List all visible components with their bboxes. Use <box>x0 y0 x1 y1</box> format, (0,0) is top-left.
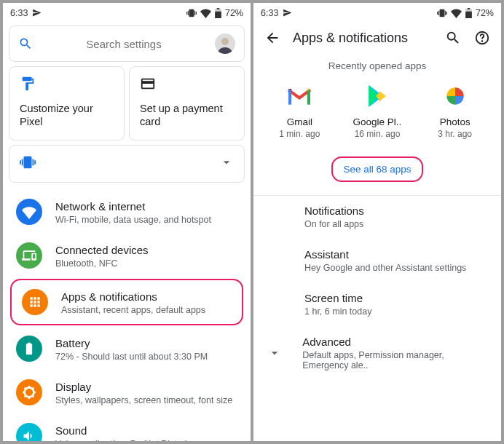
row-screen-time[interactable]: Screen time 1 hr, 6 min today <box>253 283 501 327</box>
chevron-down-icon <box>267 346 282 360</box>
svg-rect-6 <box>468 8 470 9</box>
row-display[interactable]: DisplayStyles, wallpapers, screen timeou… <box>3 370 251 414</box>
gmail-icon <box>285 82 314 111</box>
app-time: 1 min. ago <box>279 129 320 139</box>
settings-home-screen: 6:33 72% Customize your Pixel Set up a p… <box>3 3 251 441</box>
help-icon[interactable] <box>473 30 491 46</box>
row-subtitle: Styles, wallpapers, screen timeout, font… <box>55 395 232 405</box>
google-photos-icon <box>441 82 470 111</box>
svg-rect-10 <box>288 89 291 105</box>
volume-icon <box>16 423 42 441</box>
app-name: Photos <box>440 116 470 127</box>
row-subtitle: 1 hr, 6 min today <box>304 306 488 317</box>
row-title: Display <box>55 380 232 395</box>
phone-vibrate-icon <box>20 154 36 173</box>
row-title: Notifications <box>304 205 488 217</box>
row-title: Network & internet <box>55 199 211 214</box>
row-subtitle: Hey Google and other Assistant settings <box>304 263 488 273</box>
recent-app-photos[interactable]: Photos 3 hr. ago <box>419 82 492 139</box>
vibration-card[interactable] <box>9 145 245 183</box>
search-card[interactable] <box>9 25 245 62</box>
wifi-icon <box>16 199 42 225</box>
row-title: Screen time <box>304 292 488 304</box>
row-advanced[interactable]: Advanced Default apps, Permission manage… <box>253 327 501 379</box>
svg-rect-11 <box>307 89 310 105</box>
row-title: Advanced <box>302 336 488 348</box>
svg-point-3 <box>221 38 229 45</box>
google-play-icon <box>363 82 392 111</box>
row-title: Apps & notifications <box>61 290 205 304</box>
app-name: Gmail <box>287 116 312 127</box>
apps-notifications-screen: 6:33 72% Apps & notifications Recently o… <box>253 3 501 441</box>
battery-percent: 72% <box>476 8 494 18</box>
app-time: 16 min. ago <box>355 129 401 139</box>
recent-apps-row: Gmail 1 min. ago Google Pl.. 16 min. ago… <box>253 82 501 145</box>
row-battery[interactable]: Battery72% - Should last until about 3:3… <box>3 327 251 370</box>
row-title: Sound <box>55 424 190 438</box>
avatar[interactable] <box>215 33 235 54</box>
app-bar: Apps & notifications <box>253 21 501 53</box>
devices-icon <box>16 242 42 269</box>
suggestion-tiles: Customize your Pixel Set up a payment ca… <box>9 66 245 140</box>
recent-app-gmail[interactable]: Gmail 1 min. ago <box>263 82 336 139</box>
svg-rect-1 <box>215 11 221 17</box>
credit-card-icon <box>140 76 234 95</box>
battery-icon <box>465 8 472 18</box>
app-time: 3 hr. ago <box>438 129 472 139</box>
row-notifications[interactable]: Notifications On for all apps <box>253 196 501 239</box>
row-subtitle: Assistant, recent apps, default apps <box>61 305 205 315</box>
status-bar: 6:33 72% <box>3 3 251 21</box>
row-title: Battery <box>55 336 208 351</box>
battery-percent: 72% <box>225 8 243 18</box>
row-title: Connected devices <box>55 243 149 258</box>
brush-roller-icon <box>20 76 114 95</box>
status-time: 6:33 <box>10 8 28 18</box>
send-icon <box>32 8 42 17</box>
row-subtitle: Bluetooth, NFC <box>55 258 149 269</box>
status-bar: 6:33 72% <box>253 3 501 21</box>
back-icon[interactable] <box>264 30 281 46</box>
tile-payment-card[interactable]: Set up a payment card <box>129 66 245 140</box>
battery-icon <box>16 336 42 362</box>
search-icon[interactable] <box>444 30 462 46</box>
section-label: Recently opened apps <box>253 53 501 82</box>
status-time: 6:33 <box>261 8 278 18</box>
svg-rect-2 <box>217 8 220 9</box>
row-sound[interactable]: SoundVolume, vibration, Do Not Disturb <box>3 414 251 441</box>
see-all-apps-link[interactable]: See all 68 apps <box>331 156 422 182</box>
page-title: Apps & notifications <box>293 31 433 46</box>
row-connected-devices[interactable]: Connected devicesBluetooth, NFC <box>3 234 251 277</box>
search-icon <box>18 36 33 51</box>
row-subtitle: On for all apps <box>304 219 488 229</box>
tile-customize-pixel[interactable]: Customize your Pixel <box>9 66 125 140</box>
brightness-icon <box>16 379 42 405</box>
row-subtitle: Default apps, Permission manager, Emerge… <box>302 350 488 370</box>
send-icon <box>283 8 292 17</box>
recent-app-play[interactable]: Google Pl.. 16 min. ago <box>341 82 414 139</box>
svg-point-8 <box>482 41 483 41</box>
tile-label: Set up a payment card <box>140 102 234 128</box>
row-apps-notifications[interactable]: Apps & notificationsAssistant, recent ap… <box>10 279 243 325</box>
chevron-down-icon <box>219 155 234 173</box>
row-assistant[interactable]: Assistant Hey Google and other Assistant… <box>253 239 501 283</box>
row-subtitle: Volume, vibration, Do Not Disturb <box>55 439 190 441</box>
wifi-icon <box>200 7 211 18</box>
row-network[interactable]: Network & internetWi-Fi, mobile, data us… <box>3 190 251 234</box>
vibrate-icon <box>437 8 447 18</box>
apps-icon <box>22 289 48 315</box>
vibrate-icon <box>186 8 197 18</box>
battery-icon <box>215 8 221 18</box>
settings-list: Network & internetWi-Fi, mobile, data us… <box>3 190 251 441</box>
wifi-icon <box>451 7 462 18</box>
svg-rect-5 <box>465 11 472 17</box>
search-input[interactable] <box>33 38 215 50</box>
app-name: Google Pl.. <box>353 116 402 127</box>
tile-label: Customize your Pixel <box>20 102 114 128</box>
row-title: Assistant <box>304 248 488 261</box>
row-subtitle: Wi-Fi, mobile, data usage, and hotspot <box>55 215 211 225</box>
row-subtitle: 72% - Should last until about 3:30 PM <box>55 352 208 362</box>
